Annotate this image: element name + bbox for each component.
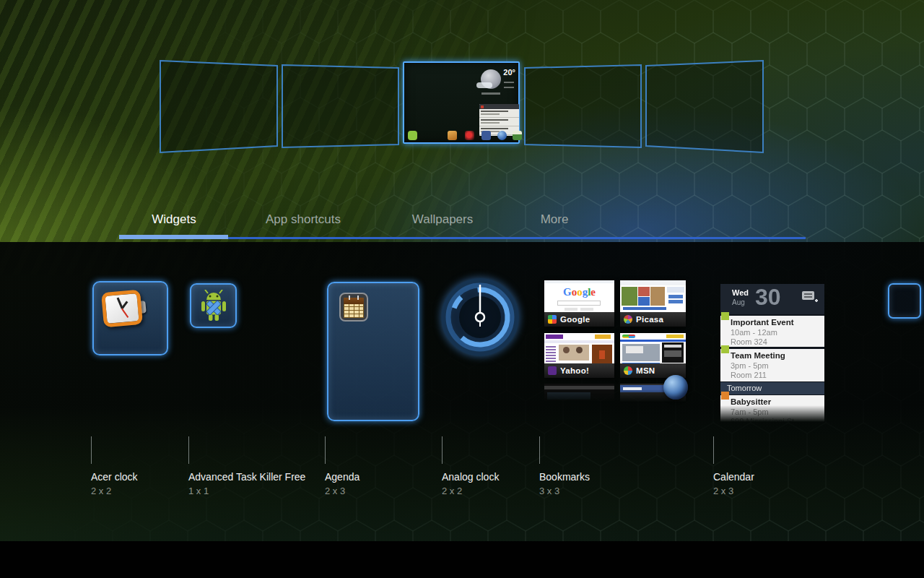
column-divider <box>91 436 92 464</box>
column-divider <box>442 436 443 464</box>
bookmark-thumb-msn: MSN <box>620 333 686 378</box>
widget-preview-analog-clock[interactable] <box>440 277 520 358</box>
calendar-event: Important Event 10am - 12am Room 324 <box>720 316 824 347</box>
note-header-icon <box>481 105 484 108</box>
google-favicon <box>548 315 557 324</box>
widget-size: 1 x 1 <box>188 486 209 496</box>
widget-name: Advanced Task Killer Free <box>188 471 305 483</box>
yahoo-favicon <box>548 366 557 375</box>
browser-icon <box>497 131 507 140</box>
calendar-day: Wed <box>732 288 749 297</box>
event-color-marker <box>721 312 729 320</box>
weather-location-text <box>481 92 500 95</box>
event-color-marker <box>721 392 729 400</box>
calendar-day-divider: Tomorrow <box>720 382 824 394</box>
widget-size: 2 x 3 <box>713 486 733 496</box>
calendar-event: Team Meeting 3pm - 5pm Room 211 <box>720 349 824 381</box>
widget-name: Analog clock <box>442 471 499 483</box>
weather-hi-text <box>504 82 514 83</box>
system-bar: 10:19 <box>0 541 924 578</box>
calendar-month: Aug <box>732 298 745 306</box>
homescreen-thumbnail-selected[interactable]: 20° <box>403 61 520 144</box>
bookmarks-globe-icon <box>663 375 688 400</box>
column-divider <box>188 436 189 464</box>
new-event-icon <box>801 290 819 303</box>
weather-cloud-icon <box>476 82 492 88</box>
homescreen-thumbnail-4[interactable] <box>525 65 641 147</box>
tab-more[interactable]: More <box>500 208 609 231</box>
column-divider <box>325 436 326 464</box>
widget-preview-acer-clock[interactable] <box>92 281 168 355</box>
homescreen-thumbnail-1[interactable] <box>160 61 277 152</box>
widget-size: 2 x 3 <box>325 486 345 496</box>
google-logo: Google <box>544 286 614 298</box>
msn-favicon <box>624 366 632 375</box>
weather-temperature: 20° <box>503 68 515 77</box>
homescreen-thumbnail-5[interactable] <box>646 61 763 152</box>
column-divider <box>539 436 540 464</box>
gallery-icon <box>513 131 522 140</box>
angry-birds-icon <box>465 131 474 140</box>
weather-lo-text <box>504 87 514 88</box>
facebook-icon <box>481 131 491 140</box>
android-app-icon <box>408 131 417 140</box>
picasa-favicon <box>624 315 632 324</box>
bookmark-thumb-google: Google Google <box>544 280 614 327</box>
acer-clock-icon <box>101 290 143 328</box>
bookmark-thumb-partial-1 <box>544 384 614 403</box>
calendar-event: Babysitter 7am - 5pm 699 Mississippi St <box>720 395 824 422</box>
column-divider <box>713 436 714 464</box>
home-customize-screen: 20° Widgets App shortcuts Wallpapers Mor… <box>0 0 924 578</box>
folder-icon <box>448 131 457 140</box>
task-killer-robot-icon <box>199 290 228 323</box>
widget-name: Acer clock <box>91 471 138 483</box>
widget-size: 2 x 2 <box>442 486 462 496</box>
widget-size: 2 x 2 <box>91 486 111 496</box>
tab-underline-selected <box>119 235 228 239</box>
bookmark-thumb-picasa: Picasa <box>620 280 686 327</box>
calendar-header: Wed Aug 30 <box>720 284 824 314</box>
tab-wallpapers[interactable]: Wallpapers <box>388 208 497 231</box>
widget-preview-partial-next[interactable] <box>888 283 921 319</box>
widget-name: Calendar <box>713 471 754 483</box>
homescreen-thumbnail-2[interactable] <box>282 65 398 147</box>
widget-preview-advanced-task-killer[interactable] <box>190 283 237 328</box>
tab-widgets[interactable]: Widgets <box>119 208 229 231</box>
widget-preview-agenda[interactable] <box>327 282 419 421</box>
tab-app-shortcuts[interactable]: App shortcuts <box>248 208 358 231</box>
calendar-date: 30 <box>755 284 781 311</box>
bookmark-thumb-yahoo: Yahoo! <box>544 333 614 378</box>
agenda-calendar-icon <box>339 293 368 322</box>
widget-preview-calendar[interactable]: Wed Aug 30 Important Event 10am - 12am R… <box>720 284 824 422</box>
widget-name: Bookmarks <box>539 471 590 483</box>
widget-name: Agenda <box>325 471 359 483</box>
event-color-marker <box>721 345 729 353</box>
widget-size: 3 x 3 <box>539 486 559 496</box>
